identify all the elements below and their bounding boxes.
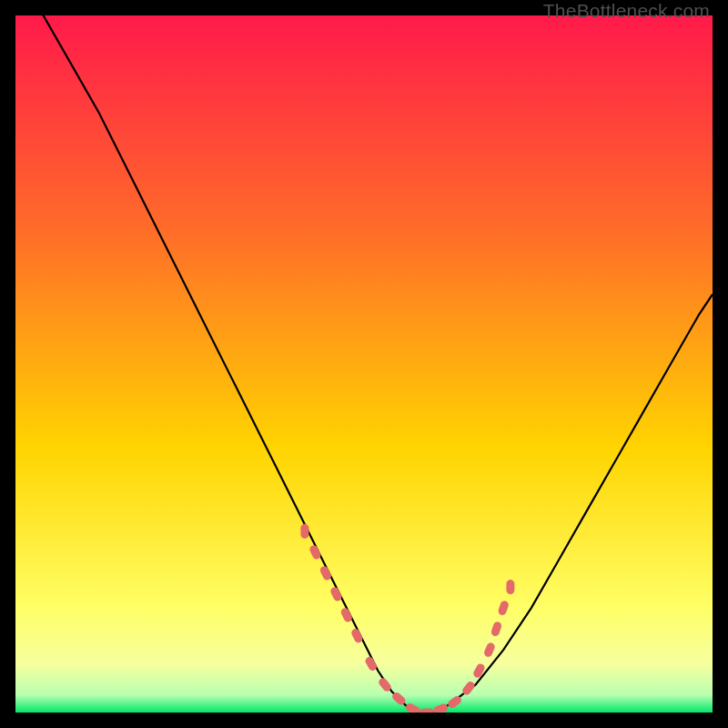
chart-frame [15,15,713,713]
watermark-text: TheBottleneck.com [543,0,710,22]
highlight-marker [300,524,308,539]
highlight-marker [506,580,514,594]
chart-background [15,15,713,713]
bottleneck-chart [15,15,713,713]
highlight-marker [420,709,434,713]
